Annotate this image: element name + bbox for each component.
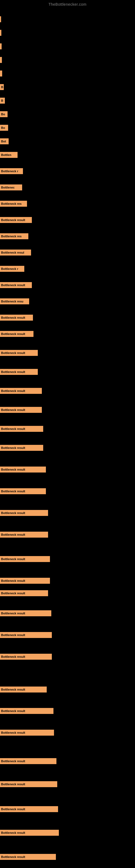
bar-label-7: B	[1, 99, 3, 102]
bar-item-28[interactable]: Bottleneck result	[0, 445, 43, 451]
bar-item-25[interactable]: Bottleneck result	[0, 388, 42, 394]
bar-item-41[interactable]: Bottleneck result	[0, 730, 54, 736]
bar-item-29[interactable]: Bottleneck result	[0, 467, 46, 472]
bar-label-46: Bottleneck result	[1, 855, 25, 859]
bar-label-6: B	[1, 86, 3, 89]
bar-label-26: Bottleneck result	[1, 408, 25, 411]
bar-label-11: Bottlen	[1, 153, 11, 156]
bar-label-30: Bottleneck result	[1, 490, 25, 493]
bar-label-28: Bottleneck result	[1, 446, 25, 450]
bar-item-45[interactable]: Bottleneck result	[0, 830, 59, 836]
bar-item-40[interactable]: Bottleneck result	[0, 708, 53, 714]
bar-label-8: Bo	[1, 113, 5, 116]
bar-label-12: Bottleneck r	[1, 169, 18, 173]
bar-label-20: Bottleneck resu	[1, 300, 24, 303]
bar-label-38: Bottleneck result	[1, 655, 25, 658]
bar-item-21[interactable]: Bottleneck result	[0, 315, 33, 321]
bar-label-33: Bottleneck result	[1, 557, 25, 561]
bar-label-9: Bo	[1, 126, 5, 129]
bar-item-9[interactable]: Bo	[0, 125, 8, 131]
bar-item-19[interactable]: Bottleneck result	[0, 282, 32, 288]
bar-item-1[interactable]	[0, 16, 1, 22]
bar-label-32: Bottleneck result	[1, 533, 25, 536]
bar-item-10[interactable]: Bot	[0, 138, 9, 144]
bar-item-15[interactable]: Bottleneck result	[0, 217, 32, 223]
bar-item-31[interactable]: Bottleneck result	[0, 510, 48, 516]
bar-item-16[interactable]: Bottleneck res	[0, 233, 28, 239]
bar-label-15: Bottleneck result	[1, 218, 25, 222]
bar-item-6[interactable]: B	[0, 84, 4, 90]
bar-item-22[interactable]: Bottleneck result	[0, 331, 34, 337]
bar-label-10: Bot	[1, 140, 6, 143]
bar-item-17[interactable]: Bottleneck resul	[0, 250, 31, 255]
bar-item-30[interactable]: Bottleneck result	[0, 488, 46, 494]
bar-label-23: Bottleneck result	[1, 351, 25, 354]
bar-label-19: Bottleneck result	[1, 283, 25, 287]
bar-item-46[interactable]: Bottleneck result	[0, 854, 56, 860]
bar-label-44: Bottleneck result	[1, 807, 25, 811]
bar-label-36: Bottleneck result	[1, 612, 25, 615]
bar-label-25: Bottleneck result	[1, 389, 25, 393]
bar-item-14[interactable]: Bottleneck res	[0, 201, 27, 207]
bar-item-32[interactable]: Bottleneck result	[0, 532, 48, 538]
bar-item-27[interactable]: Bottleneck result	[0, 426, 43, 432]
bar-item-38[interactable]: Bottleneck result	[0, 654, 52, 660]
bar-item-42[interactable]: Bottleneck result	[0, 758, 56, 764]
bar-item-24[interactable]: Bottleneck result	[0, 369, 38, 375]
bar-item-36[interactable]: Bottleneck result	[0, 610, 51, 616]
bar-label-35: Bottleneck result	[1, 592, 25, 595]
bar-item-34[interactable]: Bottleneck result	[0, 578, 50, 584]
bar-label-27: Bottleneck result	[1, 427, 25, 431]
bar-label-43: Bottleneck result	[1, 782, 25, 786]
bar-label-22: Bottleneck result	[1, 332, 25, 336]
bar-item-8[interactable]: Bo	[0, 111, 8, 117]
bar-item-20[interactable]: Bottleneck resu	[0, 299, 29, 304]
bar-item-39[interactable]: Bottleneck result	[0, 686, 47, 692]
bar-item-37[interactable]: Bottleneck result	[0, 632, 52, 638]
bar-label-17: Bottleneck resul	[1, 251, 24, 254]
bar-label-13: Bottlenec	[1, 186, 14, 189]
bar-label-31: Bottleneck result	[1, 511, 25, 515]
bar-item-18[interactable]: Bottleneck r	[0, 266, 24, 272]
bar-label-42: Bottleneck result	[1, 760, 25, 763]
bar-label-24: Bottleneck result	[1, 370, 25, 373]
bar-label-18: Bottleneck r	[1, 267, 18, 271]
bar-item-2[interactable]	[0, 30, 1, 36]
bar-item-13[interactable]: Bottlenec	[0, 184, 22, 190]
bar-item-43[interactable]: Bottleneck result	[0, 781, 57, 787]
bar-label-34: Bottleneck result	[1, 579, 25, 582]
bar-label-16: Bottleneck res	[1, 235, 21, 238]
bar-item-33[interactable]: Bottleneck result	[0, 556, 50, 562]
bar-label-37: Bottleneck result	[1, 633, 25, 637]
site-title: TheBottlenecker.com	[0, 0, 135, 8]
bar-label-41: Bottleneck result	[1, 731, 25, 734]
bar-item-23[interactable]: Bottleneck result	[0, 350, 38, 356]
bar-item-3[interactable]	[0, 43, 2, 50]
bar-item-44[interactable]: Bottleneck result	[0, 806, 58, 812]
bar-label-21: Bottleneck result	[1, 316, 25, 319]
bar-item-26[interactable]: Bottleneck result	[0, 407, 42, 413]
bar-item-4[interactable]	[0, 57, 2, 63]
bar-label-14: Bottleneck res	[1, 202, 21, 205]
bar-item-7[interactable]: B	[0, 98, 5, 104]
bar-label-40: Bottleneck result	[1, 709, 25, 713]
bar-label-39: Bottleneck result	[1, 688, 25, 691]
bar-item-5[interactable]	[0, 70, 2, 76]
bar-label-45: Bottleneck result	[1, 831, 25, 834]
bar-item-11[interactable]: Bottlen	[0, 152, 17, 158]
bar-item-35[interactable]: Bottleneck result	[0, 590, 48, 596]
bar-item-12[interactable]: Bottleneck r	[0, 168, 23, 174]
bar-label-29: Bottleneck result	[1, 468, 25, 471]
